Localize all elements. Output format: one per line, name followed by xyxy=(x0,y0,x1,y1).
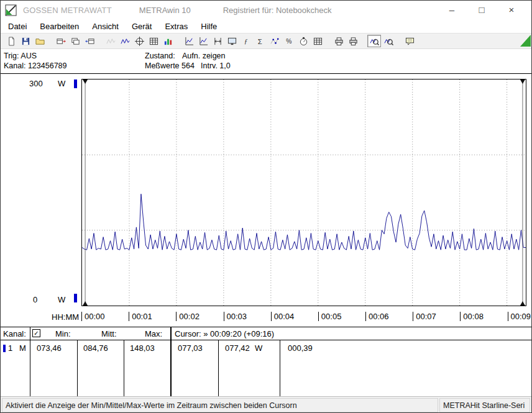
zoom-time-axis-icon xyxy=(370,37,379,46)
print-options-icon xyxy=(349,37,358,46)
chart-scale-icon xyxy=(213,37,222,46)
title-bar: GOSSEN METRAWATT METRAwin 10 Registriert… xyxy=(1,1,531,19)
row-unit: W xyxy=(255,343,262,353)
header-mitt: Mitt: xyxy=(101,329,117,338)
device-read-memory-button[interactable] xyxy=(54,35,68,47)
view-xy-chart-button[interactable] xyxy=(132,35,146,47)
trigger-status: Trig: AUS xyxy=(4,52,37,60)
y-axis-max-value: 300 xyxy=(29,79,43,88)
formula-fx-icon xyxy=(242,37,251,46)
interval-timer-icon xyxy=(299,37,308,46)
x-tick-label: 00:06 xyxy=(365,312,389,321)
x-axis-title: HH:MM xyxy=(52,312,79,322)
menu-item-datei[interactable]: Datei xyxy=(6,21,29,32)
header-kanal: Kanal: xyxy=(3,329,26,338)
chart-export-icon xyxy=(185,37,194,46)
menu-item-gert[interactable]: Gerät xyxy=(130,21,154,32)
row-min-value: 073,46 xyxy=(37,343,62,353)
percent-deviation-button[interactable] xyxy=(282,35,296,47)
device-memory-icon xyxy=(71,37,80,46)
maximize-button[interactable]: □ xyxy=(467,2,497,18)
menu-item-bearbeiten[interactable]: Bearbeiten xyxy=(38,21,81,32)
x-tick-label: 00:01 xyxy=(129,312,152,321)
print-button[interactable] xyxy=(332,35,346,47)
x-tick-label: 00:00 xyxy=(81,312,105,321)
title-app-name: METRAwin 10 xyxy=(139,6,191,15)
plot-area[interactable] xyxy=(81,79,526,306)
chart-import-icon xyxy=(199,37,208,46)
device-write-memory-button[interactable] xyxy=(83,35,96,47)
y-axis-min-unit: W xyxy=(58,295,65,304)
file-new-icon xyxy=(7,37,16,46)
file-save-button[interactable] xyxy=(19,35,32,47)
app-logo-icon xyxy=(5,4,17,16)
title-registration: Registriert für: Notebookcheck xyxy=(223,6,332,15)
sigma-statistics-icon xyxy=(256,37,265,46)
view-table-button[interactable] xyxy=(147,35,160,47)
x-tick-label: 00:07 xyxy=(413,312,436,321)
zoom-time-axis-button[interactable] xyxy=(367,35,381,47)
menu-item-ansicht[interactable]: Ansicht xyxy=(90,21,121,32)
file-save-icon xyxy=(21,37,30,46)
view-table-icon xyxy=(149,37,158,46)
formula-fx-button[interactable] xyxy=(239,35,253,47)
comment-note-button[interactable] xyxy=(403,35,416,47)
channel-visible-checkbox[interactable]: ✓ xyxy=(32,329,40,337)
header-cursor: Cursor: » 00:09:20 (+09:16) xyxy=(175,329,274,338)
menu-item-extras[interactable]: Extras xyxy=(163,21,190,32)
interval-timer-button[interactable] xyxy=(296,35,310,47)
view-curve-icon xyxy=(106,37,116,46)
channel-list: Kanal: 123456789 xyxy=(4,61,66,70)
header-max: Max: xyxy=(145,329,162,338)
acquisition-status-panel: Trig: AUS Kanal: 123456789 Zustand: Aufn… xyxy=(1,49,531,73)
table-divider xyxy=(124,340,124,396)
x-tick-label: 00:09 xyxy=(508,312,531,321)
zoom-value-axis-button[interactable] xyxy=(382,35,395,47)
view-yt-chart-icon xyxy=(121,37,130,46)
measurement-table: Kanal: ✓ Min: Mitt: Max: Cursor: » 00:09… xyxy=(1,327,531,396)
sampled-points-button[interactable] xyxy=(268,35,282,47)
device-memory-button[interactable] xyxy=(68,35,82,47)
online-display-button[interactable] xyxy=(225,35,239,47)
view-statistics-icon xyxy=(163,37,173,46)
row-cursor2-value: 077,42 xyxy=(225,343,250,353)
state-value: Aufn. zeigen xyxy=(182,52,226,60)
chart-import-button[interactable] xyxy=(196,35,210,47)
menu-item-hilfe[interactable]: Hilfe xyxy=(199,21,219,32)
percent-deviation-icon xyxy=(285,37,294,46)
toolbar-groups xyxy=(4,35,424,47)
view-statistics-button[interactable] xyxy=(161,35,175,47)
minimize-button[interactable]: – xyxy=(437,2,467,18)
table-divider-cursor-section xyxy=(170,327,172,396)
chart-export-button[interactable] xyxy=(182,35,196,47)
chart-scale-button[interactable] xyxy=(211,35,224,47)
file-open-button[interactable] xyxy=(33,35,47,47)
row-max-value: 148,03 xyxy=(130,343,155,353)
print-options-button[interactable] xyxy=(346,35,360,47)
event-table-icon xyxy=(313,37,323,46)
sampled-points-icon xyxy=(270,37,280,46)
sample-count: Meßwerte 564 xyxy=(145,61,195,70)
window-controls: – □ × xyxy=(437,2,526,18)
x-tick-label: 00:03 xyxy=(224,312,247,321)
print-icon xyxy=(334,37,344,46)
statusbar-device: METRAHit Starline-Seri xyxy=(439,398,530,412)
sigma-statistics-button[interactable] xyxy=(254,35,267,47)
title-brand: GOSSEN METRAWATT xyxy=(23,6,112,15)
chart-panel: 300 W 0 W HH:MM 00:0000:0100:0200:0300:0… xyxy=(1,73,531,327)
x-tick-label: 00:08 xyxy=(460,312,484,321)
table-header-separator xyxy=(1,340,531,340)
row-delta-value: 000,39 xyxy=(288,343,313,353)
event-table-button[interactable] xyxy=(311,35,324,47)
file-open-icon xyxy=(35,37,45,46)
file-new-button[interactable] xyxy=(4,35,18,47)
channel-color-marker-top xyxy=(74,79,77,88)
table-divider xyxy=(77,340,78,396)
view-curve-button[interactable] xyxy=(104,35,117,47)
toolbar xyxy=(1,33,531,49)
view-yt-chart-button[interactable] xyxy=(118,35,132,47)
table-divider xyxy=(30,327,30,396)
trace-svg xyxy=(82,79,526,306)
close-button[interactable]: × xyxy=(497,2,526,18)
app-window: GOSSEN METRAWATT METRAwin 10 Registriert… xyxy=(0,0,532,413)
